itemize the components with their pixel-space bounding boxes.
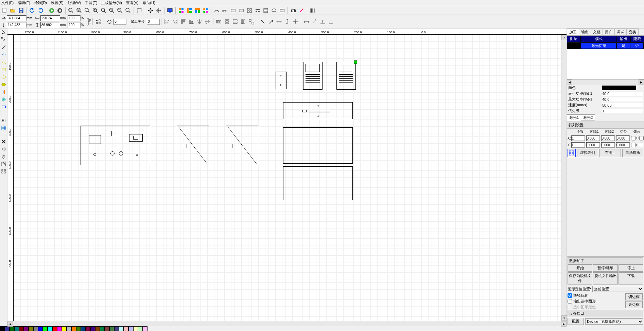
array-y-mirror-v[interactable] bbox=[639, 142, 643, 148]
array-x-offset[interactable] bbox=[616, 135, 630, 141]
tab-transform[interactable]: 变换 bbox=[626, 29, 639, 35]
pos-x-input[interactable] bbox=[7, 15, 27, 21]
array-tool-icon[interactable] bbox=[0, 168, 7, 175]
config-button[interactable]: 配置 bbox=[568, 318, 584, 325]
same-size-icon[interactable] bbox=[248, 18, 255, 25]
priority-value[interactable]: 1 bbox=[602, 109, 643, 113]
delete-tool-icon[interactable] bbox=[0, 138, 7, 145]
dim-text-icon[interactable]: T bbox=[319, 18, 327, 25]
rotate-input[interactable] bbox=[114, 19, 126, 25]
array-x-count[interactable] bbox=[571, 135, 585, 141]
array-y-mirror-h[interactable] bbox=[631, 142, 636, 148]
lock-ratio-icon[interactable] bbox=[86, 16, 91, 27]
center-icon[interactable] bbox=[292, 18, 299, 25]
mirror-v-tool-icon[interactable] bbox=[0, 153, 7, 160]
array-x-gap2[interactable] bbox=[601, 135, 615, 141]
pointer-tool-icon[interactable] bbox=[0, 29, 7, 36]
laser2-tab[interactable]: 激光2 bbox=[581, 114, 595, 121]
curve-icon[interactable] bbox=[213, 7, 221, 14]
palette-color[interactable] bbox=[124, 326, 128, 331]
capture-tool-icon[interactable] bbox=[0, 103, 7, 111]
pos-y-input[interactable] bbox=[7, 22, 27, 28]
max-power-value[interactable]: 40.0 bbox=[602, 97, 643, 102]
job-order-input[interactable] bbox=[147, 19, 160, 25]
ellipse-tool-icon[interactable] bbox=[0, 73, 7, 81]
move-h-icon[interactable] bbox=[275, 18, 283, 25]
dist-h-icon[interactable] bbox=[215, 18, 223, 25]
menu-edit[interactable]: 编辑(E) bbox=[18, 0, 30, 5]
barcode-icon[interactable] bbox=[309, 7, 316, 14]
same-w-icon[interactable] bbox=[231, 18, 239, 25]
camera-icon[interactable] bbox=[290, 7, 297, 14]
layer-row[interactable]: 激光切割 是 否 bbox=[567, 42, 644, 49]
auto-layout-button[interactable]: 自动排版 bbox=[622, 149, 643, 157]
array-y-count[interactable] bbox=[571, 142, 585, 148]
select-rect-icon[interactable] bbox=[136, 7, 143, 14]
rotate-icon[interactable] bbox=[106, 18, 113, 25]
palette-color[interactable] bbox=[38, 326, 43, 331]
redo-button[interactable] bbox=[37, 7, 44, 14]
scrollbar-vertical[interactable]: ▲▼ bbox=[561, 35, 567, 321]
palette-color[interactable] bbox=[48, 326, 52, 331]
align-vcenter-icon[interactable] bbox=[204, 18, 211, 25]
line-tool-icon[interactable] bbox=[0, 43, 7, 51]
grid4-icon[interactable] bbox=[246, 7, 253, 14]
palette-color[interactable] bbox=[24, 326, 29, 331]
arrow-tr-icon[interactable] bbox=[267, 18, 275, 25]
palette-color[interactable] bbox=[109, 326, 114, 331]
color-swatch[interactable] bbox=[602, 86, 636, 90]
zoom-actual-icon[interactable]: 1 bbox=[67, 7, 75, 14]
palette-color[interactable] bbox=[71, 326, 76, 331]
dist-v-icon[interactable] bbox=[223, 18, 231, 25]
scale-x-input[interactable] bbox=[68, 15, 81, 21]
dots-tool-icon[interactable] bbox=[0, 117, 7, 124]
align-left-icon[interactable] bbox=[163, 18, 171, 25]
palette-color[interactable] bbox=[138, 326, 143, 331]
layer-scrollbar[interactable]: ◀▶ bbox=[567, 79, 644, 85]
zoom-sel-icon[interactable] bbox=[84, 7, 91, 14]
tab-process[interactable]: 加工 bbox=[567, 29, 579, 35]
palette-color[interactable] bbox=[10, 326, 14, 331]
lgp1-icon[interactable] bbox=[262, 7, 269, 14]
fill-button[interactable]: 布满... bbox=[599, 149, 621, 157]
layer-list[interactable]: 激光切割 是 否 bbox=[567, 42, 644, 79]
palette-color[interactable] bbox=[90, 326, 95, 331]
save-offline-button[interactable]: 保存为脱机文件 bbox=[568, 272, 592, 284]
palette-color[interactable] bbox=[19, 326, 24, 331]
width-input[interactable] bbox=[40, 15, 60, 21]
undo-button[interactable] bbox=[29, 7, 36, 14]
palette-color[interactable] bbox=[43, 326, 48, 331]
origin-marker[interactable] bbox=[354, 60, 357, 64]
palette-color[interactable] bbox=[133, 326, 138, 331]
palette-color[interactable] bbox=[95, 326, 100, 331]
nest1-icon[interactable] bbox=[177, 7, 185, 14]
position-select[interactable]: 当前位置 bbox=[592, 286, 643, 292]
array-x-mirror-h[interactable] bbox=[631, 135, 636, 141]
anchor-icon[interactable] bbox=[94, 18, 102, 25]
zoom-pan-icon[interactable] bbox=[124, 7, 132, 14]
polyline-tool-icon[interactable] bbox=[0, 51, 7, 58]
go-button[interactable] bbox=[48, 7, 55, 14]
menu-view[interactable]: 查看(V) bbox=[126, 0, 139, 5]
scale-y-input[interactable] bbox=[68, 22, 81, 28]
cloud-icon[interactable] bbox=[270, 7, 278, 14]
palette-color[interactable] bbox=[29, 326, 33, 331]
align-right-icon[interactable] bbox=[171, 18, 179, 25]
node-tool-icon[interactable] bbox=[0, 36, 7, 43]
rect-icon[interactable] bbox=[229, 7, 237, 14]
output-selected-checkbox[interactable] bbox=[568, 299, 572, 304]
mirror-h-tool-icon[interactable] bbox=[0, 145, 7, 153]
menu-help[interactable]: 帮助(H) bbox=[143, 0, 155, 5]
array-x-gap1[interactable] bbox=[586, 135, 600, 141]
tab-user[interactable]: 用户 bbox=[603, 29, 615, 35]
array-y-gap1[interactable] bbox=[586, 142, 600, 148]
nest2-icon[interactable] bbox=[186, 7, 193, 14]
array-y-offset[interactable] bbox=[616, 142, 630, 148]
min-power-value[interactable]: 40.0 bbox=[602, 92, 643, 96]
move-v-icon[interactable] bbox=[283, 18, 291, 25]
palette-color[interactable] bbox=[105, 326, 109, 331]
bridge-icon[interactable] bbox=[254, 7, 261, 14]
zoom-all-icon[interactable] bbox=[92, 7, 99, 14]
cut-frame-button[interactable]: 切边框 bbox=[625, 293, 643, 300]
menu-draw[interactable]: 绘制(D) bbox=[34, 0, 47, 5]
